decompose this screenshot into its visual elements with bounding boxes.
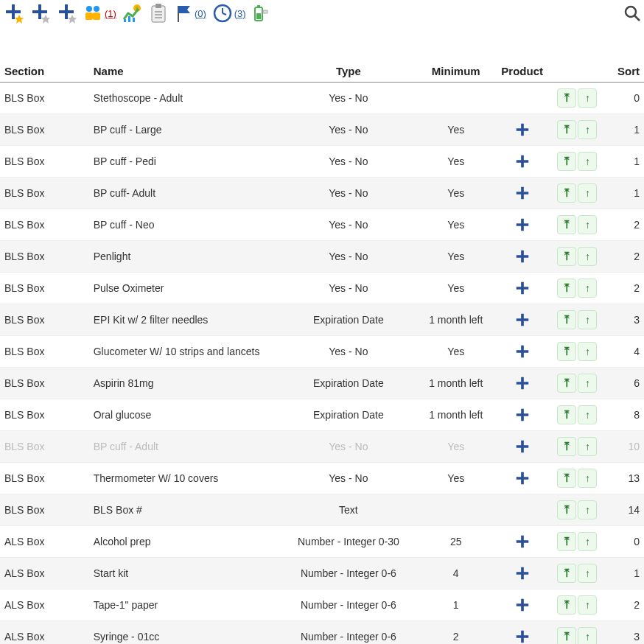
move-up-button[interactable] bbox=[578, 469, 597, 488]
header-name[interactable]: Name bbox=[89, 60, 282, 83]
cell-product[interactable] bbox=[497, 178, 547, 209]
move-up-button[interactable] bbox=[578, 500, 597, 519]
move-up-button[interactable] bbox=[578, 247, 597, 266]
header-section[interactable]: Section bbox=[0, 60, 89, 83]
move-top-button[interactable] bbox=[557, 183, 576, 203]
cell-name[interactable]: BLS Box # bbox=[89, 494, 282, 526]
table-row: BLS BoxBP cuff - PediYes - NoYes1 bbox=[0, 146, 644, 178]
cell-product[interactable] bbox=[497, 273, 547, 304]
cell-name[interactable]: Aspirin 81mg bbox=[89, 368, 282, 399]
people-icon[interactable]: (1) bbox=[83, 3, 116, 24]
header-product[interactable]: Product bbox=[497, 60, 547, 83]
cell-name[interactable]: BP cuff- Adult bbox=[89, 178, 282, 209]
cell-product[interactable] bbox=[497, 399, 547, 431]
cell-product[interactable] bbox=[497, 621, 547, 645]
move-up-button[interactable] bbox=[578, 627, 597, 644]
move-top-button[interactable] bbox=[557, 595, 576, 615]
cell-type: Yes - No bbox=[281, 336, 415, 368]
cell-name[interactable]: Alcohol prep bbox=[89, 526, 282, 558]
cell-product[interactable] bbox=[497, 304, 547, 336]
cell-product[interactable] bbox=[497, 241, 547, 273]
header-type[interactable]: Type bbox=[281, 60, 415, 83]
clipboard-icon[interactable] bbox=[149, 3, 168, 24]
move-up-button[interactable] bbox=[578, 405, 597, 424]
move-up-button[interactable] bbox=[578, 120, 597, 139]
search-icon[interactable] bbox=[623, 3, 641, 24]
move-up-button[interactable] bbox=[578, 310, 597, 329]
move-top-button[interactable] bbox=[557, 342, 576, 361]
move-up-button[interactable] bbox=[578, 374, 597, 393]
move-up-button[interactable] bbox=[578, 215, 597, 234]
move-top-button[interactable] bbox=[557, 152, 576, 171]
cell-section: BLS Box bbox=[0, 209, 89, 241]
move-up-button[interactable] bbox=[578, 532, 597, 551]
battery-icon[interactable] bbox=[252, 3, 270, 24]
move-top-button[interactable] bbox=[557, 564, 576, 583]
move-top-button[interactable] bbox=[557, 279, 576, 298]
flag-icon[interactable]: (0) bbox=[174, 3, 206, 24]
flag-count[interactable]: (0) bbox=[195, 8, 206, 19]
move-top-button[interactable] bbox=[557, 500, 576, 519]
cell-actions bbox=[547, 526, 606, 558]
cell-product[interactable] bbox=[497, 431, 547, 463]
plus-star-filled-icon[interactable] bbox=[3, 3, 24, 24]
cell-product[interactable] bbox=[497, 526, 547, 558]
cell-name[interactable]: Stethoscope - Adult bbox=[89, 83, 282, 114]
cell-name[interactable]: Oral glucose bbox=[89, 399, 282, 431]
move-up-button[interactable] bbox=[578, 595, 597, 615]
plus-star-grey2-icon[interactable] bbox=[56, 3, 77, 24]
clock-icon[interactable]: (3) bbox=[212, 3, 246, 24]
cell-name[interactable]: EPI Kit w/ 2 filter needles bbox=[89, 304, 282, 336]
move-up-button[interactable] bbox=[578, 437, 597, 456]
cell-name[interactable]: Syringe - 01cc bbox=[89, 621, 282, 645]
cell-product[interactable] bbox=[497, 463, 547, 494]
cell-product[interactable] bbox=[497, 368, 547, 399]
cell-name[interactable]: BP cuff - Neo bbox=[89, 209, 282, 241]
cell-sort: 2 bbox=[607, 273, 644, 304]
move-up-button[interactable] bbox=[578, 88, 597, 108]
move-top-button[interactable] bbox=[557, 374, 576, 393]
cell-product[interactable] bbox=[497, 146, 547, 178]
move-top-button[interactable] bbox=[557, 247, 576, 266]
svg-marker-2 bbox=[68, 15, 77, 24]
cell-name[interactable]: Tape-1" paper bbox=[89, 589, 282, 621]
cell-name[interactable]: Start kit bbox=[89, 558, 282, 589]
cell-name[interactable]: BP cuff - Adult bbox=[89, 431, 282, 463]
move-top-button[interactable] bbox=[557, 405, 576, 424]
move-top-button[interactable] bbox=[557, 215, 576, 234]
cell-name[interactable]: BP cuff - Large bbox=[89, 114, 282, 146]
cell-name[interactable]: Penlight bbox=[89, 241, 282, 273]
cell-name[interactable]: Pulse Oximeter bbox=[89, 273, 282, 304]
svg-rect-24 bbox=[263, 10, 267, 13]
move-up-button[interactable] bbox=[578, 279, 597, 298]
people-count[interactable]: (1) bbox=[105, 8, 116, 19]
toolbar: (1) $ (0) (3) bbox=[0, 0, 644, 31]
cell-name[interactable]: Glucometer W/ 10 strips and lancets bbox=[89, 336, 282, 368]
header-minimum[interactable]: Minimum bbox=[415, 60, 497, 83]
cell-product[interactable] bbox=[497, 589, 547, 621]
cell-product[interactable] bbox=[497, 209, 547, 241]
cell-product[interactable] bbox=[497, 558, 547, 589]
move-up-button[interactable] bbox=[578, 152, 597, 171]
clock-count[interactable]: (3) bbox=[234, 8, 246, 19]
chart-icon[interactable]: $ bbox=[122, 3, 143, 24]
move-top-button[interactable] bbox=[557, 627, 576, 644]
move-top-button[interactable] bbox=[557, 88, 576, 108]
move-top-button[interactable] bbox=[557, 120, 576, 139]
plus-star-grey-icon[interactable] bbox=[29, 3, 50, 24]
table-row: BLS BoxGlucometer W/ 10 strips and lance… bbox=[0, 336, 644, 368]
move-top-button[interactable] bbox=[557, 469, 576, 488]
cell-product[interactable] bbox=[497, 336, 547, 368]
move-up-button[interactable] bbox=[578, 564, 597, 583]
cell-name[interactable]: Thermometer W/ 10 covers bbox=[89, 463, 282, 494]
cell-type: Number - Integer 0-6 bbox=[281, 621, 415, 645]
cell-name[interactable]: BP cuff - Pedi bbox=[89, 146, 282, 178]
header-sort[interactable]: Sort bbox=[607, 60, 644, 83]
move-top-button[interactable] bbox=[557, 437, 576, 456]
move-top-button[interactable] bbox=[557, 532, 576, 551]
move-up-button[interactable] bbox=[578, 342, 597, 361]
move-up-button[interactable] bbox=[578, 183, 597, 203]
move-top-button[interactable] bbox=[557, 310, 576, 329]
cell-product[interactable] bbox=[497, 114, 547, 146]
cell-section: ALS Box bbox=[0, 558, 89, 589]
